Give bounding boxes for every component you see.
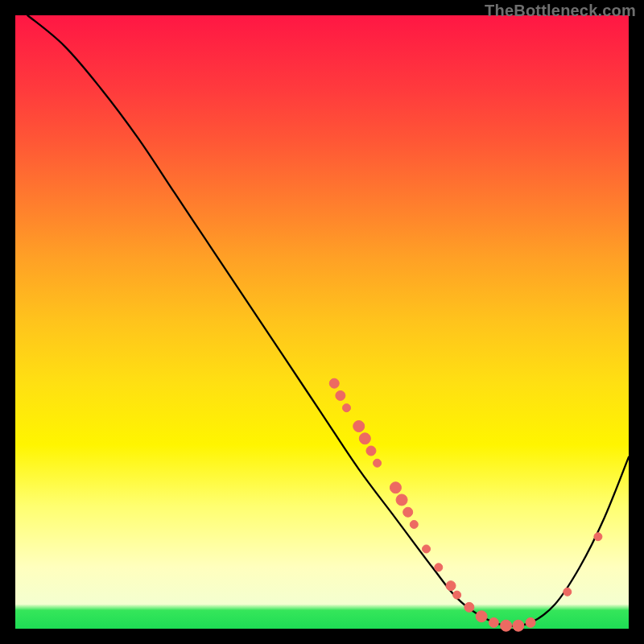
bottleneck-curve-line [27, 15, 629, 626]
scatter-point [353, 421, 365, 432]
scatter-point [489, 617, 498, 627]
scatter-point [342, 404, 350, 412]
scatter-point [366, 446, 376, 456]
scatter-point [435, 564, 443, 572]
scatter-point [594, 533, 602, 541]
scatter-point [513, 620, 524, 631]
scatter-point [564, 588, 572, 596]
scatter-point [359, 433, 370, 444]
scatter-point [476, 611, 487, 622]
scatter-point [396, 494, 407, 506]
scatter-point [390, 482, 401, 493]
scatter-point [423, 545, 431, 553]
scatter-point [336, 390, 345, 400]
scatter-point [403, 507, 413, 517]
curve-svg-layer [15, 15, 629, 629]
scatter-point [410, 520, 418, 528]
chart-container: TheBottleneck.com [0, 0, 644, 644]
scatter-point [501, 620, 512, 631]
scatter-point [464, 602, 474, 612]
scatter-group [329, 378, 602, 631]
scatter-point [446, 581, 456, 591]
watermark-text: TheBottleneck.com [485, 2, 636, 20]
scatter-point [453, 591, 461, 599]
scatter-point [329, 378, 339, 388]
scatter-point [526, 617, 535, 627]
scatter-point [374, 459, 382, 467]
